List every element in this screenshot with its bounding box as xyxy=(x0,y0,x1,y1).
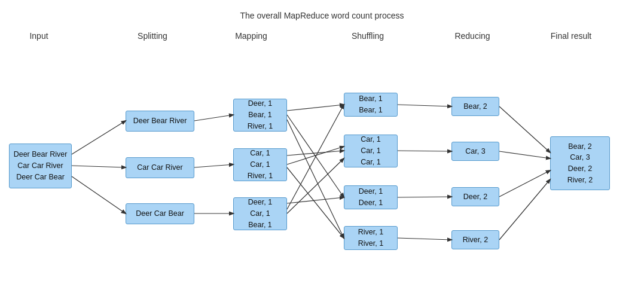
svg-line-14 xyxy=(287,167,344,238)
svg-line-3 xyxy=(194,115,233,121)
diagram-container: The overall MapReduce word count process… xyxy=(0,0,644,299)
svg-line-10 xyxy=(287,147,344,164)
svg-line-15 xyxy=(398,105,451,106)
svg-line-2 xyxy=(72,176,126,213)
box-final: Bear, 2 Car, 3 Deer, 2 River, 2 xyxy=(550,136,610,190)
box-shuf2: Car, 1 Car, 1 Car, 1 xyxy=(344,135,398,167)
label-mapping: Mapping xyxy=(224,31,278,41)
box-red4: River, 2 xyxy=(451,230,499,249)
box-input: Deer Bear River Car Car River Deer Car B… xyxy=(9,144,72,188)
svg-line-12 xyxy=(287,197,344,203)
box-split1: Deer Bear River xyxy=(126,111,194,132)
svg-line-20 xyxy=(499,151,550,158)
label-reducing: Reducing xyxy=(445,31,499,41)
svg-line-18 xyxy=(398,238,451,240)
box-map2: Car, 1 Car, 1 River, 1 xyxy=(233,148,287,181)
svg-line-0 xyxy=(72,121,126,154)
label-final: Final result xyxy=(541,31,601,41)
svg-line-1 xyxy=(72,166,126,167)
svg-line-21 xyxy=(499,170,550,197)
label-shuffling: Shuffling xyxy=(341,31,395,41)
svg-line-9 xyxy=(287,158,344,213)
box-shuf4: River, 1 River, 1 xyxy=(344,226,398,250)
box-shuf1: Bear, 1 Bear, 1 xyxy=(344,93,398,117)
box-map3: Deer, 1 Car, 1 Bear, 1 xyxy=(233,197,287,230)
svg-line-7 xyxy=(287,105,344,209)
box-split2: Car Car River xyxy=(126,157,194,178)
svg-line-22 xyxy=(499,179,550,240)
box-red1: Bear, 2 xyxy=(451,97,499,116)
svg-line-6 xyxy=(287,105,344,111)
svg-line-4 xyxy=(194,164,233,167)
box-red3: Deer, 2 xyxy=(451,187,499,206)
box-red2: Car, 3 xyxy=(451,142,499,161)
box-map1: Deer, 1 Bear, 1 River, 1 xyxy=(233,99,287,132)
svg-line-17 xyxy=(398,197,451,197)
svg-line-11 xyxy=(287,115,344,197)
diagram-title: The overall MapReduce word count process xyxy=(0,11,644,20)
box-split3: Deer Car Bear xyxy=(126,203,194,224)
svg-line-8 xyxy=(287,151,344,155)
label-input: Input xyxy=(12,31,66,41)
svg-line-13 xyxy=(287,120,344,238)
svg-line-19 xyxy=(499,106,550,152)
label-splitting: Splitting xyxy=(120,31,185,41)
box-shuf3: Deer, 1 Deer, 1 xyxy=(344,185,398,209)
svg-line-16 xyxy=(398,151,451,151)
arrows-svg xyxy=(0,0,644,299)
